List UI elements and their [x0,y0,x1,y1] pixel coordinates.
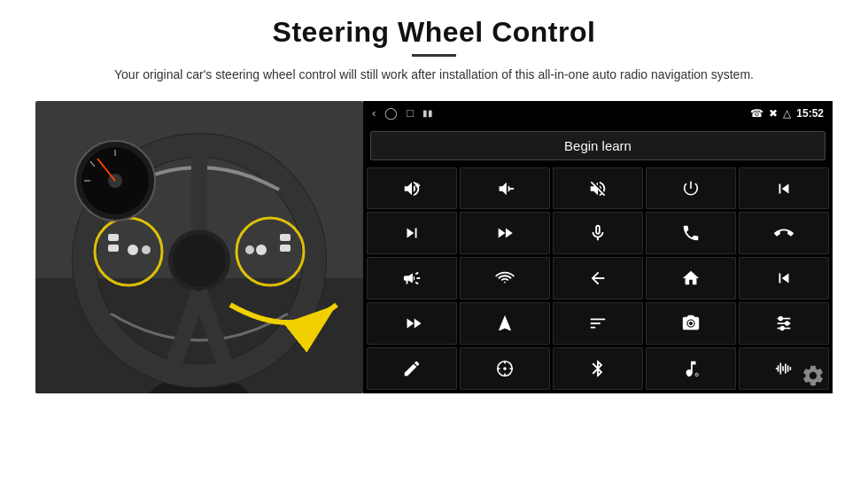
page-subtitle: Your original car's steering wheel contr… [114,66,754,85]
steering-wheel-image [35,101,363,393]
vol-up-button[interactable] [367,167,457,210]
power-button[interactable] [646,167,736,210]
title-section: Steering Wheel Control Your original car… [114,16,754,96]
music-settings-button[interactable]: ⚙ [646,347,736,390]
svg-point-35 [779,317,783,321]
phone-status-icon: ☎ [750,107,763,120]
skip-back-button[interactable] [739,257,829,299]
svg-point-37 [780,327,784,330]
camera-button[interactable] [646,302,736,345]
home-nav-icon[interactable]: ◯ [384,106,398,120]
android-ui-panel: ‹ ◯ □ ▮▮ ☎ ✖ △ 15:52 [363,101,833,393]
eq-button[interactable] [553,302,643,345]
svg-point-18 [256,245,267,255]
nav-icons: ‹ ◯ □ ▮▮ [372,106,433,120]
content-row: ‹ ◯ □ ▮▮ ☎ ✖ △ 15:52 [35,101,833,393]
svg-rect-13 [108,245,119,252]
svg-point-15 [142,245,151,254]
hangup-button[interactable] [739,212,829,254]
mic-button[interactable] [553,212,643,254]
svg-point-6 [173,234,226,287]
status-time: 15:52 [796,107,824,120]
status-bar: ‹ ◯ □ ▮▮ ☎ ✖ △ 15:52 [363,101,833,126]
location-status-icon: ✖ [769,107,778,120]
icon-grid: ⚙ [363,166,833,393]
phone-call-button[interactable] [646,212,736,254]
navigate-button[interactable] [460,302,550,345]
recents-nav-icon[interactable]: □ [407,106,414,120]
gear-settings-button[interactable] [801,363,825,388]
next-button[interactable] [367,212,457,254]
skip-forward-button[interactable] [367,302,457,345]
vol-down-button[interactable] [460,167,550,210]
svg-rect-16 [280,234,291,241]
bluetooth-button[interactable] [553,347,643,390]
edit-button[interactable] [367,347,457,390]
svg-point-19 [245,245,254,254]
back-button[interactable] [553,257,643,299]
mute-button[interactable] [553,167,643,210]
svg-point-14 [128,245,138,255]
svg-point-36 [786,322,789,325]
360-view-button[interactable] [460,257,550,299]
svg-rect-12 [108,234,119,241]
begin-learn-button[interactable]: Begin learn [370,131,825,160]
signal-icon: ▮▮ [422,108,433,118]
page-container: Steering Wheel Control Your original car… [0,0,868,482]
sliders-button[interactable] [739,302,829,345]
svg-rect-17 [280,245,291,252]
title-divider [412,54,456,57]
svg-point-31 [688,321,694,326]
begin-learn-row: Begin learn [363,126,833,166]
back-nav-icon[interactable]: ‹ [372,106,376,120]
svg-point-39 [504,368,506,369]
status-bar-right: ☎ ✖ △ 15:52 [750,107,824,120]
page-title: Steering Wheel Control [114,16,754,49]
svg-text:⚙: ⚙ [694,372,699,377]
prev-phone-button[interactable] [739,167,829,210]
wifi-status-icon: △ [783,107,791,120]
compass-button[interactable] [460,347,550,390]
fastforward-button[interactable] [460,212,550,254]
announce-button[interactable] [367,257,457,299]
home-button[interactable] [646,257,736,299]
